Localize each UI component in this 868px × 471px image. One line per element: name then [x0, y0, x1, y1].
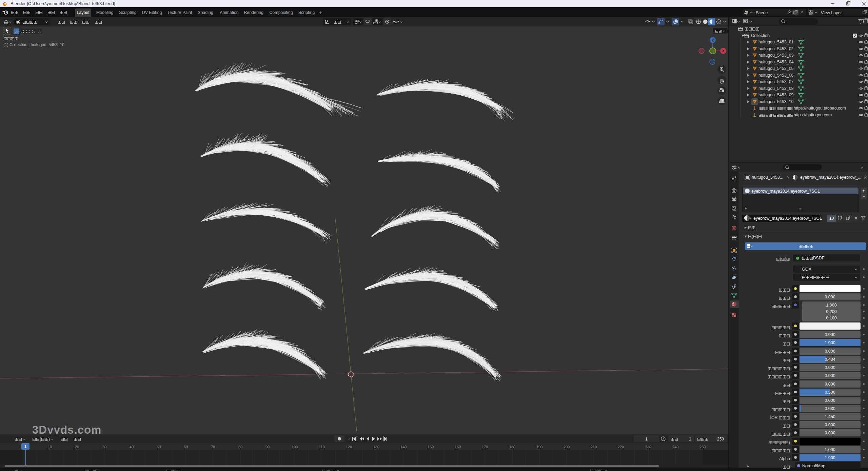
svg-text:Z: Z	[712, 38, 714, 42]
svg-text:X: X	[722, 49, 725, 53]
